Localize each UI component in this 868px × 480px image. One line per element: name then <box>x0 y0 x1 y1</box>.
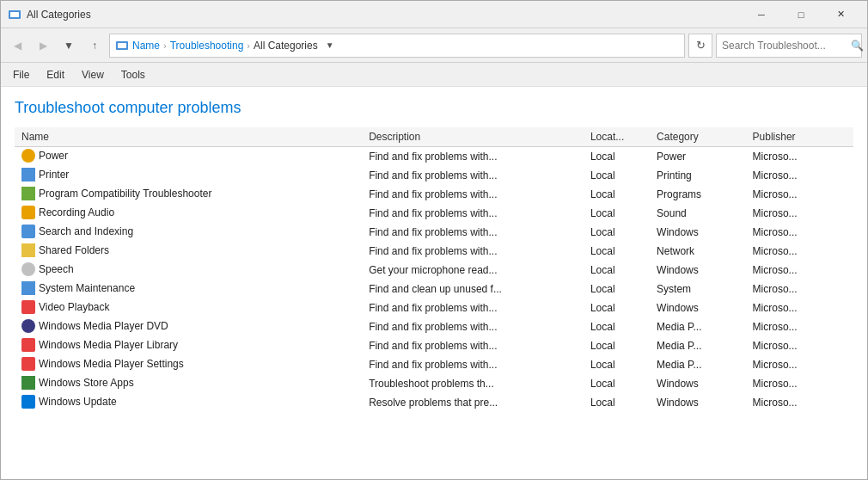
cell-cat: Network <box>650 242 745 261</box>
row-icon <box>21 225 35 238</box>
cell-pub: Microso... <box>746 336 853 355</box>
cell-pub: Microso... <box>746 147 853 167</box>
cell-name: Recording Audio <box>15 204 362 223</box>
cell-cat: Programs <box>650 185 745 204</box>
cell-desc: Get your microphone read... <box>362 261 584 280</box>
cell-pub: Microso... <box>746 317 853 336</box>
svg-rect-1 <box>10 12 19 17</box>
content-area: Troubleshoot computer problems Name Desc… <box>1 87 867 480</box>
cell-desc: Troubleshoot problems th... <box>362 374 584 393</box>
breadcrumb: Name › Troubleshooting › All Categories … <box>109 34 685 58</box>
forward-button[interactable]: ▶ <box>32 34 54 57</box>
cell-pub: Microso... <box>746 355 853 374</box>
col-header-name[interactable]: Name <box>15 127 362 147</box>
table-row[interactable]: Windows Media Player LibraryFind and fix… <box>15 336 853 355</box>
row-icon <box>21 395 35 409</box>
breadcrumb-sep-1: › <box>163 40 167 51</box>
minimize-button[interactable]: ─ <box>742 1 781 28</box>
breadcrumb-folder-icon <box>115 39 129 52</box>
row-icon <box>21 243 35 257</box>
table-row[interactable]: Windows UpdateResolve problems that pre.… <box>15 393 853 412</box>
breadcrumb-sep-2: › <box>247 40 250 51</box>
cell-loc: Local <box>584 166 650 185</box>
address-bar: ◀ ▶ ▼ ↑ Name › Troubleshooting › All Cat… <box>1 28 867 63</box>
cell-loc: Local <box>584 261 650 280</box>
table-row[interactable]: Program Compatibility TroubleshooterFind… <box>15 185 853 204</box>
table-row[interactable]: SpeechGet your microphone read...LocalWi… <box>15 261 853 280</box>
cell-desc: Find and fix problems with... <box>362 166 584 185</box>
table-row[interactable]: Windows Media Player SettingsFind and fi… <box>15 355 853 374</box>
search-icon[interactable]: 🔍 <box>851 40 864 52</box>
restore-button[interactable]: □ <box>781 1 821 28</box>
table-row[interactable]: PowerFind and fix problems with...LocalP… <box>15 147 853 167</box>
cell-pub: Microso... <box>746 374 853 393</box>
menu-file[interactable]: File <box>4 65 38 84</box>
row-icon <box>21 149 35 163</box>
cell-cat: Sound <box>650 204 745 223</box>
breadcrumb-dropdown-button[interactable]: ▼ <box>321 34 339 58</box>
cell-desc: Resolve problems that pre... <box>362 393 584 412</box>
cell-loc: Local <box>584 147 650 167</box>
cell-cat: Printing <box>650 166 745 185</box>
up-button[interactable]: ↑ <box>83 34 106 57</box>
dropdown-recent-button[interactable]: ▼ <box>58 34 80 57</box>
cell-name: Power <box>15 147 362 167</box>
row-icon <box>21 357 35 371</box>
table-row[interactable]: System MaintenanceFind and clean up unus… <box>15 280 853 298</box>
table-row[interactable]: Windows Store AppsTroubleshoot problems … <box>15 374 853 393</box>
cell-desc: Find and fix problems with... <box>362 336 584 355</box>
cell-pub: Microso... <box>746 204 853 223</box>
cell-loc: Local <box>584 242 650 261</box>
cell-pub: Microso... <box>746 298 853 317</box>
cell-loc: Local <box>584 374 650 393</box>
refresh-button[interactable]: ↻ <box>688 34 712 58</box>
table-row[interactable]: Search and IndexingFind and fix problems… <box>15 223 853 242</box>
breadcrumb-item-1[interactable]: Name <box>132 40 160 52</box>
col-header-desc[interactable]: Description <box>362 127 584 147</box>
cell-desc: Find and clean up unused f... <box>362 280 584 298</box>
cell-name: Video Playback <box>15 298 362 317</box>
cell-cat: Media P... <box>650 355 745 374</box>
cell-pub: Microso... <box>746 166 853 185</box>
row-icon <box>21 187 35 200</box>
table-body: PowerFind and fix problems with...LocalP… <box>15 147 853 413</box>
cell-name: Speech <box>15 261 362 280</box>
cell-pub: Microso... <box>746 393 853 412</box>
table-row[interactable]: Shared FoldersFind and fix problems with… <box>15 242 853 261</box>
breadcrumb-item-3: All Categories <box>254 40 318 52</box>
col-header-loc[interactable]: Locat... <box>584 127 650 147</box>
col-header-cat[interactable]: Category <box>650 127 745 147</box>
cell-desc: Find and fix problems with... <box>362 298 584 317</box>
cell-loc: Local <box>584 355 650 374</box>
cell-desc: Find and fix problems with... <box>362 185 584 204</box>
menu-edit[interactable]: Edit <box>38 65 73 84</box>
cell-pub: Microso... <box>746 280 853 298</box>
window-icon <box>8 8 21 22</box>
search-bar: 🔍 <box>716 34 862 58</box>
col-header-pub[interactable]: Publisher <box>746 127 853 147</box>
row-icon <box>21 168 35 182</box>
cell-desc: Find and fix problems with... <box>362 223 584 242</box>
row-icon <box>21 319 35 333</box>
menu-view[interactable]: View <box>73 65 113 84</box>
cell-name: Windows Media Player Library <box>15 336 362 355</box>
cell-pub: Microso... <box>746 242 853 261</box>
title-bar: All Categories ─ □ ✕ <box>1 1 867 28</box>
back-button[interactable]: ◀ <box>6 34 28 57</box>
search-input[interactable] <box>722 40 851 52</box>
breadcrumb-item-2[interactable]: Troubleshooting <box>170 40 244 52</box>
close-button[interactable]: ✕ <box>821 1 860 28</box>
table-row[interactable]: Video PlaybackFind and fix problems with… <box>15 298 853 317</box>
cell-name: Windows Media Player Settings <box>15 355 362 374</box>
menu-bar: File Edit View Tools <box>1 63 867 87</box>
menu-tools[interactable]: Tools <box>113 65 154 84</box>
cell-loc: Local <box>584 298 650 317</box>
cell-loc: Local <box>584 204 650 223</box>
table-row[interactable]: Windows Media Player DVDFind and fix pro… <box>15 317 853 336</box>
items-table: Name Description Locat... Category Publi… <box>15 127 853 412</box>
table-row[interactable]: Recording AudioFind and fix problems wit… <box>15 204 853 223</box>
cell-desc: Find and fix problems with... <box>362 147 584 167</box>
table-row[interactable]: PrinterFind and fix problems with...Loca… <box>15 166 853 185</box>
cell-cat: Windows <box>650 223 745 242</box>
cell-pub: Microso... <box>746 185 853 204</box>
